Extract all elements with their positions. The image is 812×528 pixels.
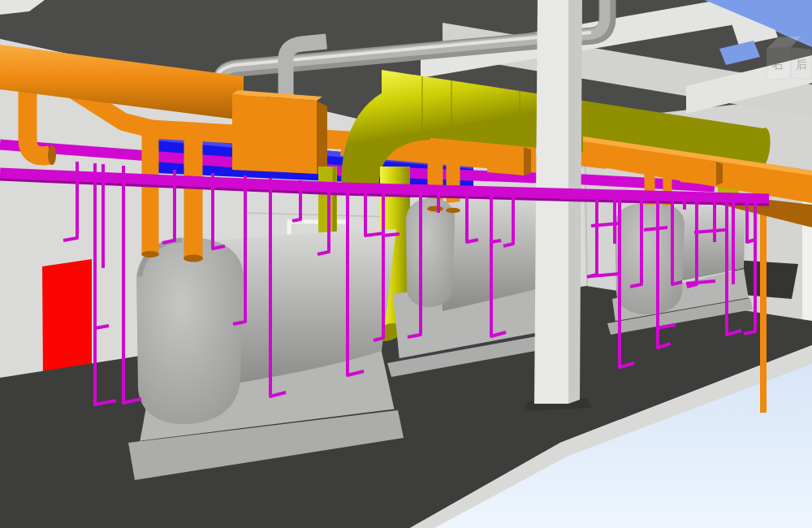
box-side-face xyxy=(524,147,531,175)
column-front-face[interactable] xyxy=(534,0,568,404)
box-front-face[interactable] xyxy=(232,94,317,174)
orange-equipment-box-1[interactable] xyxy=(232,90,327,174)
viewcube-back-label[interactable]: 后 xyxy=(796,58,807,71)
box-front-face[interactable] xyxy=(487,143,524,175)
tank-front-face[interactable] xyxy=(615,202,685,314)
tank-front-face[interactable] xyxy=(136,238,244,425)
viewcube-right-label[interactable]: 右 xyxy=(772,58,784,71)
box-side-face xyxy=(317,101,327,174)
plant-room-3d-scene[interactable]: 右 后 xyxy=(0,0,812,528)
model-viewport[interactable]: 右 后 xyxy=(0,0,812,528)
orange-equipment-box-3[interactable] xyxy=(680,158,723,185)
box-front-face[interactable] xyxy=(680,158,716,185)
orange-equipment-box-2[interactable] xyxy=(487,143,531,175)
fire-door[interactable] xyxy=(42,259,92,380)
orange-drop-elbow-2[interactable] xyxy=(448,145,453,210)
tank-front-face[interactable] xyxy=(406,198,455,307)
tank-1-front[interactable] xyxy=(128,229,404,480)
box-side-face xyxy=(716,162,723,185)
